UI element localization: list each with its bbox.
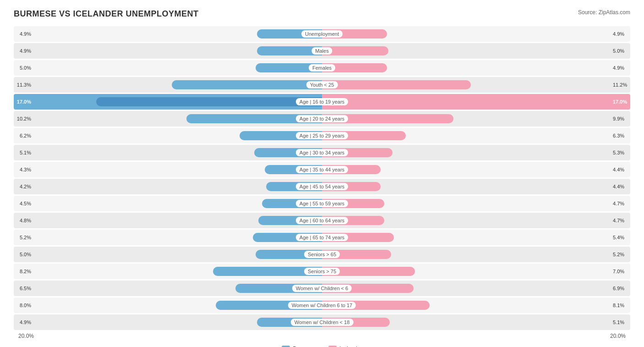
chart-row: 4.9% Women w/ Children < 18 5.1% xyxy=(14,314,630,330)
bar-right-value: 6.9% xyxy=(613,286,630,291)
bar-left-value: 11.3% xyxy=(14,82,31,88)
bar-right-value: 5.2% xyxy=(613,252,630,257)
bar-blue xyxy=(253,233,322,242)
bar-pink xyxy=(322,267,415,276)
bar-blue xyxy=(96,97,322,106)
chart-row: 5.0% Females 4.9% xyxy=(14,60,630,76)
bar-pink xyxy=(322,165,381,174)
bar-blue xyxy=(235,284,322,293)
bar-blue xyxy=(258,216,322,225)
bar-left-value: 5.1% xyxy=(14,150,31,155)
bar-blue xyxy=(216,301,322,310)
chart-header: BURMESE VS ICELANDER UNEMPLOYMENT Source… xyxy=(14,9,630,19)
bar-left-value: 5.0% xyxy=(14,65,31,71)
chart-title: BURMESE VS ICELANDER UNEMPLOYMENT xyxy=(14,9,199,19)
bar-left-value: 4.9% xyxy=(14,31,31,37)
axis-row: 20.0% 20.0% xyxy=(14,333,630,339)
bar-blue xyxy=(256,250,322,259)
chart-row: 4.3% Age | 35 to 44 years 4.4% xyxy=(14,162,630,177)
bar-pink xyxy=(322,80,471,89)
bar-pink xyxy=(322,148,393,157)
bar-left-value: 5.0% xyxy=(14,252,31,257)
bar-left-value: 6.2% xyxy=(14,133,31,138)
bar-blue xyxy=(256,63,322,72)
bar-left-value: 5.2% xyxy=(14,235,31,240)
bar-pink xyxy=(322,63,387,72)
bar-right-value: 4.4% xyxy=(613,184,630,189)
bar-pink xyxy=(322,233,394,242)
bar-blue xyxy=(257,318,322,327)
bar-right-value: 4.4% xyxy=(613,167,630,172)
bar-right-value: 8.1% xyxy=(613,303,630,308)
bar-pink xyxy=(322,318,390,327)
chart-row: 8.2% Seniors > 75 7.0% xyxy=(14,264,630,279)
chart-row: 11.3% Youth < 25 11.2% xyxy=(14,77,630,93)
chart-row: 6.5% Women w/ Children < 6 6.9% xyxy=(14,281,630,296)
bar-left-value: 4.9% xyxy=(14,319,31,325)
bar-blue xyxy=(186,114,322,123)
bar-left-value: 8.0% xyxy=(14,303,31,308)
bar-blue xyxy=(213,267,322,276)
bar-left-value: 17.0% xyxy=(14,99,31,105)
bar-blue xyxy=(254,148,322,157)
chart-row: 4.9% Unemployment 4.9% xyxy=(14,26,630,42)
bar-right-value: 7.0% xyxy=(613,269,630,274)
chart-row: 5.0% Seniors > 65 5.2% xyxy=(14,247,630,262)
chart-row: 17.0% Age | 16 to 19 years 17.0% xyxy=(14,94,630,110)
bar-blue xyxy=(265,165,322,174)
bar-pink xyxy=(322,97,548,106)
bar-right-value: 4.9% xyxy=(613,31,630,37)
bar-pink xyxy=(322,250,391,259)
bar-pink xyxy=(322,199,384,208)
bar-right-value: 9.9% xyxy=(613,116,630,121)
chart-rows: 4.9% Unemployment 4.9% 4.9% Males xyxy=(14,26,630,330)
bar-left-value: 4.3% xyxy=(14,167,31,172)
bar-pink xyxy=(322,182,381,191)
bar-right-value: 17.0% xyxy=(613,99,630,105)
bar-left-value: 4.8% xyxy=(14,218,31,223)
bar-pink xyxy=(322,284,414,293)
bar-pink xyxy=(322,46,388,55)
bar-blue xyxy=(257,29,322,39)
bar-right-value: 11.2% xyxy=(613,82,630,88)
bar-left-value: 4.9% xyxy=(14,48,31,54)
axis-left-label: 20.0% xyxy=(18,333,34,339)
bar-left-value: 10.2% xyxy=(14,116,31,121)
chart-row: 4.5% Age | 55 to 59 years 4.7% xyxy=(14,196,630,211)
chart-container: BURMESE VS ICELANDER UNEMPLOYMENT Source… xyxy=(0,0,644,347)
chart-row: 5.2% Age | 65 to 74 years 5.4% xyxy=(14,230,630,245)
bar-right-value: 4.9% xyxy=(613,65,630,71)
chart-source: Source: ZipAtlas.com xyxy=(578,9,630,16)
bar-pink xyxy=(322,29,387,39)
bar-right-value: 4.7% xyxy=(613,218,630,223)
bar-blue xyxy=(266,182,322,191)
bar-right-value: 5.0% xyxy=(613,48,630,54)
bar-left-value: 4.5% xyxy=(14,201,31,206)
chart-row: 4.9% Males 5.0% xyxy=(14,43,630,59)
bar-left-value: 6.5% xyxy=(14,286,31,291)
bar-right-value: 4.7% xyxy=(613,201,630,206)
chart-row: 4.2% Age | 45 to 54 years 4.4% xyxy=(14,179,630,194)
chart-row: 8.0% Women w/ Children 6 to 17 8.1% xyxy=(14,297,630,313)
chart-row: 4.8% Age | 60 to 64 years 4.7% xyxy=(14,213,630,228)
chart-row: 6.2% Age | 25 to 29 years 6.3% xyxy=(14,128,630,143)
bar-right-value: 5.1% xyxy=(613,319,630,325)
chart-row: 5.1% Age | 30 to 34 years 5.3% xyxy=(14,145,630,160)
bar-pink xyxy=(322,216,384,225)
bar-right-value: 5.4% xyxy=(613,235,630,240)
bar-left-value: 8.2% xyxy=(14,269,31,274)
bar-blue xyxy=(262,199,322,208)
bar-right-value: 6.3% xyxy=(613,133,630,138)
bar-blue xyxy=(172,80,322,89)
bar-pink xyxy=(322,114,453,123)
bar-right-value: 5.3% xyxy=(613,150,630,155)
bar-pink xyxy=(322,301,430,310)
bar-pink xyxy=(322,131,406,140)
bar-blue xyxy=(240,131,322,140)
bar-blue xyxy=(257,46,322,55)
axis-right-label: 20.0% xyxy=(610,333,626,339)
bar-left-value: 4.2% xyxy=(14,184,31,189)
chart-row: 10.2% Age | 20 to 24 years 9.9% xyxy=(14,111,630,127)
